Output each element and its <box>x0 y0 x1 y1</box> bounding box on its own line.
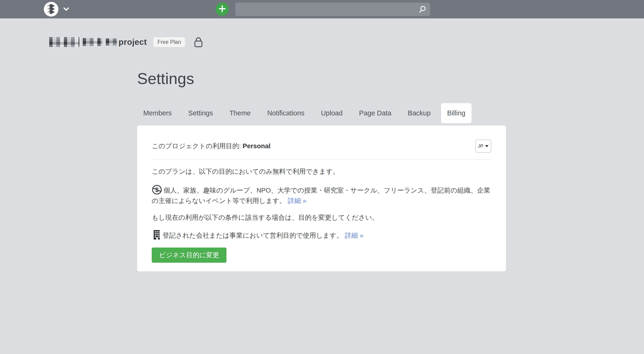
tab-page-data[interactable]: Page Data <box>353 103 398 123</box>
tab-notifications[interactable]: Notifications <box>261 103 310 123</box>
dollar-slash-icon: $ <box>152 185 162 195</box>
language-selector[interactable]: JP <box>475 139 491 153</box>
tab-billing[interactable]: Billing <box>441 103 472 123</box>
tab-members[interactable]: Members <box>137 103 178 123</box>
business-detail-link[interactable]: 詳細 » <box>345 232 363 239</box>
building-icon <box>152 230 161 240</box>
change-condition-text: もし現在の利用が以下の条件に該当する場合は、目的を変更してください。 <box>152 213 491 222</box>
project-logo-icon <box>45 3 57 16</box>
tab-upload[interactable]: Upload <box>315 103 349 123</box>
tab-settings[interactable]: Settings <box>182 103 219 123</box>
billing-panel: このプロジェクトの利用目的: Personal JP このプランは、以下の目的に… <box>137 125 506 271</box>
page-title: Settings <box>137 69 194 88</box>
search-input[interactable] <box>236 3 430 16</box>
project-logo[interactable] <box>44 2 58 17</box>
purpose-value: Personal <box>242 142 270 150</box>
plan-badge: Free Plan <box>154 37 185 47</box>
settings-tabs: Members Settings Theme Notifications Upl… <box>137 103 472 123</box>
project-name[interactable]: project <box>118 37 147 47</box>
personal-use-text: 個人、家族、趣味のグループ、NPO、大学での授業・研究室・サークル、フリーランス… <box>152 187 490 204</box>
new-page-button[interactable] <box>216 3 229 16</box>
search-bar <box>236 3 430 16</box>
top-navbar <box>0 0 644 19</box>
project-header: project Free Plan <box>49 36 203 48</box>
personal-use-item: $ 個人、家族、趣味のグループ、NPO、大学での授業・研究室・サークル、フリーラ… <box>152 185 491 206</box>
language-code: JP <box>478 143 483 149</box>
redacted-project-name <box>49 37 118 47</box>
business-use-text: 登記された会社または事業において営利目的で使用します。 <box>162 232 343 239</box>
personal-detail-link[interactable]: 詳細 » <box>288 197 306 204</box>
business-use-item: 登記された会社または事業において営利目的で使用します。 詳細 » <box>152 230 491 240</box>
caret-down-icon <box>485 145 489 147</box>
project-purpose: このプロジェクトの利用目的: Personal <box>152 142 270 150</box>
plan-intro-text: このプランは、以下の目的においてのみ無料で利用できます。 <box>152 167 491 176</box>
search-icon[interactable] <box>418 6 426 15</box>
plus-icon <box>218 5 226 14</box>
divider <box>152 159 491 159</box>
change-to-business-button[interactable]: ビジネス目的に変更 <box>152 248 226 263</box>
tab-backup[interactable]: Backup <box>402 103 437 123</box>
lock-icon <box>194 36 203 48</box>
tab-theme[interactable]: Theme <box>224 103 257 123</box>
purpose-label: このプロジェクトの利用目的: <box>152 142 242 150</box>
project-menu-chevron-down-icon[interactable] <box>63 7 69 12</box>
